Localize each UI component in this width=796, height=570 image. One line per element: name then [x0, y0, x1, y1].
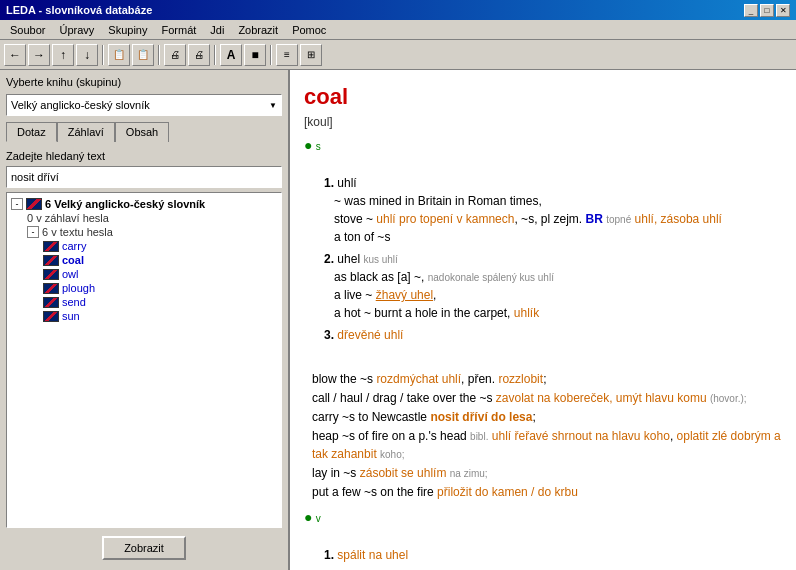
phrase-5: lay in ~s zásobit se uhlím na zimu; — [312, 464, 782, 482]
bullet2: ● v — [304, 507, 782, 528]
def-3: 3. dřevěné uhlí — [324, 326, 782, 344]
tree-item-sun[interactable]: sun — [43, 309, 277, 323]
phrase-4-gray: bibl. — [470, 431, 488, 442]
minimize-button[interactable]: _ — [744, 4, 758, 17]
phrase-4: heap ~s of fire on a p.'s head bibl. uhl… — [312, 427, 782, 463]
tree-root-label: 6 Velký anglicko-český slovník — [45, 198, 205, 210]
flag-icon — [43, 297, 59, 308]
verb-def-1-num: 1. — [324, 548, 334, 562]
tree-label-sun: sun — [62, 310, 80, 322]
book-icon — [26, 198, 42, 210]
view-button[interactable]: ≡ — [276, 44, 298, 66]
def-2-text: uhel — [337, 252, 363, 266]
def-1-text: uhlí — [337, 176, 356, 190]
back-button[interactable]: ← — [4, 44, 26, 66]
menu-soubor[interactable]: Soubor — [4, 22, 51, 38]
def-1-gray1: topné — [606, 214, 631, 225]
tree-expand-icon[interactable]: - — [11, 198, 23, 210]
pos2-label: v — [316, 513, 321, 524]
menu-pomoc[interactable]: Pomoc — [286, 22, 332, 38]
def-2-line1: as black as [a] ~, nadokonale spálený ku… — [324, 270, 554, 320]
main-content: Vyberte knihu (skupinu) Velký anglicko-č… — [0, 70, 796, 570]
separator-4 — [270, 45, 272, 65]
verb-def-1-text: spálit na uhel — [337, 548, 408, 562]
bullet-green-icon: ● — [304, 137, 312, 153]
tree-item-owl[interactable]: owl — [43, 267, 277, 281]
book-label: Vyberte knihu (skupinu) — [6, 76, 282, 88]
phrase-2-czech: zavolat na kobereček, umýt hlavu komu — [496, 391, 707, 405]
tree-expand2-icon[interactable]: - — [27, 226, 39, 238]
toolbar: ← → ↑ ↓ 📋 📋 🖨 🖨 A ■ ≡ ⊞ — [0, 40, 796, 70]
down-button[interactable]: ↓ — [76, 44, 98, 66]
bullet-green2-icon: ● — [304, 509, 312, 525]
def-2-czech1: žhavý uhel — [376, 288, 433, 302]
right-panel[interactable]: coal [koul] ● s 1. uhlí ~ was mined in B… — [290, 70, 796, 570]
phrase-1-czech: rozdmýchat uhlí — [376, 372, 461, 386]
phrase-3-czech: nosit dříví do lesa — [430, 410, 532, 424]
tab-dotaz[interactable]: Dotaz — [6, 122, 57, 142]
phrase-3: carry ~s to Newcastle nosit dříví do les… — [312, 408, 782, 426]
book-select[interactable]: Velký anglicko-český slovník ▼ — [6, 94, 282, 116]
tree-label-plough: plough — [62, 282, 95, 294]
tree-label-carry: carry — [62, 240, 86, 252]
menu-skupiny[interactable]: Skupiny — [102, 22, 153, 38]
def-2-subtext: kus uhlí — [363, 254, 397, 265]
view2-button[interactable]: ⊞ — [300, 44, 322, 66]
show-button-area: Zobrazit — [6, 532, 282, 564]
def-2-num: 2. — [324, 252, 334, 266]
maximize-button[interactable]: □ — [760, 4, 774, 17]
search-input[interactable] — [6, 166, 282, 188]
menu-format[interactable]: Formát — [155, 22, 202, 38]
tree-subtitle2[interactable]: - 6 v textu hesla — [27, 225, 277, 239]
phrase-2: call / haul / drag / take over the ~s za… — [312, 389, 782, 407]
left-panel: Vyberte knihu (skupinu) Velký anglicko-č… — [0, 70, 290, 570]
print2-button[interactable]: 🖨 — [188, 44, 210, 66]
forward-button[interactable]: → — [28, 44, 50, 66]
copy-button[interactable]: 📋 — [108, 44, 130, 66]
close-button[interactable]: ✕ — [776, 4, 790, 17]
pos-label: s — [316, 141, 321, 152]
separator-2 — [158, 45, 160, 65]
flag-icon — [43, 241, 59, 252]
phrase-2-gray: (hovor.); — [710, 393, 747, 404]
def-2-gray1: nadokonale spálený kus uhlí — [428, 272, 554, 283]
phrase-4-gray2: koho; — [380, 449, 404, 460]
phonetic: [koul] — [304, 113, 782, 131]
flag-icon — [43, 255, 59, 266]
verb-def-1: 1. spálit na uhel — [324, 546, 782, 564]
separator-3 — [214, 45, 216, 65]
window-title: LEDA - slovníková databáze — [6, 4, 152, 16]
def-2: 2. uhel kus uhlí as black as [a] ~, nado… — [324, 250, 782, 322]
phrase-1-czech2: rozzlobit — [498, 372, 543, 386]
tree-root[interactable]: - 6 Velký anglicko-český slovník — [11, 197, 277, 211]
phrase-5-gray: na zimu; — [450, 468, 488, 479]
paste-button[interactable]: 📋 — [132, 44, 154, 66]
book-select-value: Velký anglicko-český slovník — [11, 99, 150, 111]
tab-obsah[interactable]: Obsah — [115, 122, 169, 142]
up-button[interactable]: ↑ — [52, 44, 74, 66]
phrase-6: put a few ~s on the fire přiložit do kam… — [312, 483, 782, 501]
show-button[interactable]: Zobrazit — [102, 536, 186, 560]
def-3-num: 3. — [324, 328, 334, 342]
flag-icon — [43, 269, 59, 280]
color-button[interactable]: ■ — [244, 44, 266, 66]
separator-1 — [102, 45, 104, 65]
tree-item-plough[interactable]: plough — [43, 281, 277, 295]
menu-jdi[interactable]: Jdi — [204, 22, 230, 38]
menu-upravy[interactable]: Úpravy — [53, 22, 100, 38]
br-label: BR — [585, 212, 602, 226]
tree-label-coal: coal — [62, 254, 84, 266]
tree-item-send[interactable]: send — [43, 295, 277, 309]
menu-zobrazit[interactable]: Zobrazit — [232, 22, 284, 38]
font-button[interactable]: A — [220, 44, 242, 66]
bullet1: ● s — [304, 135, 782, 156]
def-1-czech1: uhlí pro topení v kamnech — [376, 212, 514, 226]
window-controls: _ □ ✕ — [744, 4, 790, 17]
tree-subtitle2-label: 6 v textu hesla — [42, 226, 113, 238]
tree-item-carry[interactable]: carry — [43, 239, 277, 253]
phrase-5-czech: zásobit se uhlím — [360, 466, 447, 480]
phrase-block: blow the ~s rozdmýchat uhlí, přen. rozzl… — [304, 370, 782, 501]
tree-item-coal[interactable]: coal — [43, 253, 277, 267]
tab-zahlavi[interactable]: Záhlaví — [57, 122, 115, 142]
print-button[interactable]: 🖨 — [164, 44, 186, 66]
